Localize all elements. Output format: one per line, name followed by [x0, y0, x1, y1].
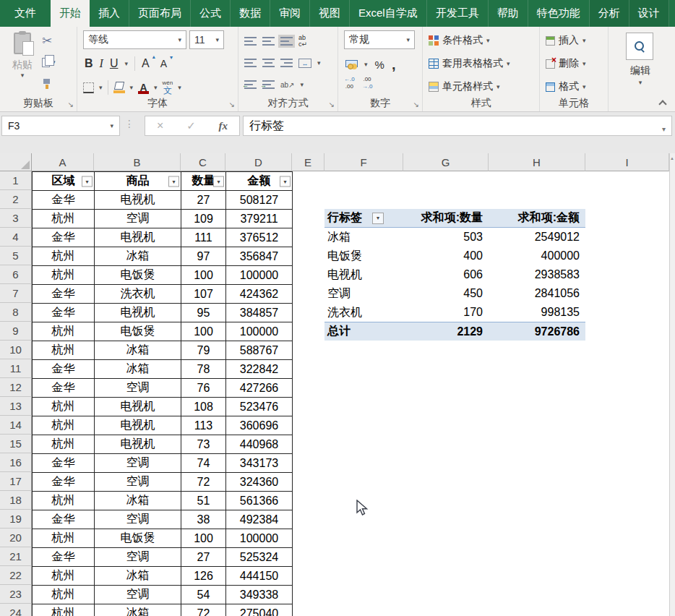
number-format-select[interactable]: 常规▾ — [344, 30, 415, 49]
row-header-18[interactable]: 18 — [0, 491, 32, 510]
tab-Excel自学成[interactable]: Excel自学成 — [350, 0, 427, 27]
comma-style-button[interactable]: , — [392, 56, 396, 73]
cell[interactable]: 74 — [181, 454, 226, 473]
column-header-F[interactable]: F — [324, 153, 403, 171]
fill-color-icon[interactable] — [113, 82, 125, 93]
cell[interactable]: 356847 — [226, 247, 293, 266]
pivot-filter-dropdown-icon[interactable]: ▾ — [372, 213, 384, 224]
cell[interactable]: 电视机 — [95, 191, 181, 210]
cell[interactable]: 126 — [181, 567, 226, 586]
cancel-icon[interactable]: × — [157, 119, 163, 132]
pivot-cell[interactable]: 503 — [403, 228, 489, 247]
tab-页面布局[interactable]: 页面布局 — [129, 0, 191, 27]
pivot-cell[interactable]: 400000 — [489, 247, 585, 265]
cell[interactable]: 杭州 — [33, 210, 95, 228]
decrease-font-button[interactable]: A — [160, 58, 171, 69]
cell[interactable]: 冰箱 — [95, 567, 181, 586]
cell[interactable]: 空调 — [95, 379, 181, 398]
row-header-20[interactable]: 20 — [0, 529, 32, 547]
cell[interactable]: 324360 — [226, 473, 293, 492]
cell[interactable]: 金华 — [33, 304, 95, 322]
pivot-cell[interactable]: 606 — [403, 265, 489, 284]
cell[interactable]: 杭州 — [33, 398, 95, 416]
italic-button[interactable]: I — [100, 57, 103, 70]
row-header-22[interactable]: 22 — [0, 566, 32, 585]
cell[interactable]: 空调 — [95, 454, 181, 473]
cell[interactable]: 107 — [181, 285, 226, 304]
cell[interactable]: 空调 — [95, 210, 181, 228]
cell[interactable]: 100 — [181, 266, 226, 285]
cell[interactable]: 杭州 — [33, 604, 95, 616]
center-align-icon[interactable] — [262, 59, 275, 67]
cell[interactable]: 78 — [181, 360, 226, 379]
phonetic-dropdown-icon[interactable]: ▾ — [178, 84, 181, 91]
decrease-indent-icon[interactable]: ← — [244, 80, 257, 89]
cell[interactable]: 空调 — [95, 473, 181, 492]
fill-color-dropdown-icon[interactable]: ▾ — [130, 84, 134, 91]
row-header-9[interactable]: 9 — [0, 322, 32, 341]
paste-button[interactable]: 粘贴 ▾ — [6, 31, 39, 96]
font-dialog-launcher[interactable]: ↘ — [229, 101, 235, 108]
column-header-H[interactable]: H — [489, 153, 585, 171]
tab-设计[interactable]: 设计 — [629, 0, 669, 27]
insert-function-icon[interactable]: fx — [219, 120, 228, 132]
cell-styles-button[interactable]: 单元格样式▾ — [429, 77, 500, 96]
percent-style-button[interactable]: % — [375, 59, 384, 71]
tab-分析[interactable]: 分析 — [590, 0, 629, 27]
find-select-button[interactable] — [626, 33, 653, 60]
bottom-align-icon[interactable] — [280, 37, 293, 46]
cell[interactable]: 100 — [181, 529, 226, 548]
row-header-4[interactable]: 4 — [0, 228, 32, 247]
pivot-total-cell[interactable]: 9726786 — [489, 322, 585, 341]
cell[interactable]: 72 — [181, 473, 226, 492]
cell[interactable]: 冰箱 — [95, 247, 181, 266]
tab-开始[interactable]: 开始 — [51, 0, 90, 27]
tab-审阅[interactable]: 审阅 — [270, 0, 310, 27]
cell[interactable]: 金华 — [33, 473, 95, 492]
row-header-24[interactable]: 24 — [0, 604, 32, 616]
pivot-total-cell[interactable]: 2129 — [403, 322, 489, 341]
pivot-cell[interactable]: 2549012 — [489, 228, 585, 247]
cell[interactable]: 杭州 — [33, 266, 95, 285]
cell[interactable]: 525324 — [226, 548, 293, 567]
row-header-3[interactable]: 3 — [0, 209, 32, 228]
right-align-icon[interactable] — [280, 59, 293, 67]
column-header-I[interactable]: I — [585, 153, 669, 171]
cell[interactable]: 376512 — [226, 228, 293, 247]
font-color-icon[interactable]: A — [138, 82, 149, 94]
middle-align-icon[interactable] — [262, 37, 275, 46]
underline-dropdown-icon[interactable]: ▾ — [124, 60, 128, 67]
alignment-dialog-launcher[interactable]: ↘ — [329, 101, 335, 108]
cell[interactable]: 电饭煲 — [95, 322, 181, 341]
row-header-16[interactable]: 16 — [0, 453, 32, 472]
column-header-E[interactable]: E — [292, 153, 324, 171]
cell[interactable]: 427266 — [226, 379, 293, 398]
cell[interactable]: 108 — [181, 398, 226, 416]
cell[interactable]: 金华 — [33, 510, 95, 529]
format-painter-button[interactable] — [42, 76, 52, 92]
cut-button[interactable]: ✂ — [42, 33, 52, 48]
format-as-table-button[interactable]: 套用表格格式▾ — [429, 54, 510, 73]
cell[interactable]: 杭州 — [33, 492, 95, 510]
vertical-scrollbar[interactable] — [669, 153, 675, 616]
column-header-G[interactable]: G — [403, 153, 489, 171]
cell[interactable]: 电饭煲 — [95, 266, 181, 285]
cell[interactable]: 100000 — [226, 529, 293, 548]
cell[interactable]: 79 — [181, 341, 226, 360]
merge-dropdown-icon[interactable]: ▾ — [317, 59, 321, 67]
row-header-12[interactable]: 12 — [0, 378, 32, 397]
column-header-C[interactable]: C — [181, 153, 225, 171]
accounting-dropdown-icon[interactable]: ▾ — [364, 61, 368, 68]
filter-dropdown-icon[interactable]: ▾ — [280, 176, 291, 187]
cell[interactable]: 109 — [181, 210, 226, 228]
column-header-D[interactable]: D — [225, 153, 292, 171]
row-header-10[interactable]: 10 — [0, 341, 32, 359]
pivot-header-cell[interactable]: 求和项:金额 — [489, 209, 585, 227]
formula-bar-expand-icon[interactable]: ▾ — [662, 125, 666, 133]
pivot-header-cell[interactable]: 求和项:数量 — [403, 209, 489, 227]
cell[interactable]: 588767 — [226, 341, 293, 360]
collapse-ribbon-icon[interactable] — [659, 100, 665, 106]
pivot-header-cell[interactable]: 行标签▾ — [324, 209, 403, 227]
font-name-select[interactable]: 等线▾ — [83, 30, 186, 49]
cell[interactable]: 343173 — [226, 454, 293, 473]
